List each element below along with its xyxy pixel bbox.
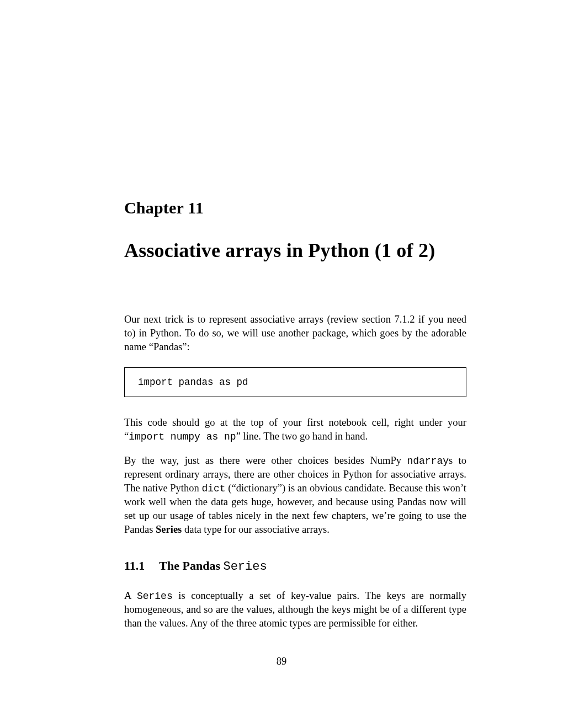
page: Chapter 11 Associative arrays in Python … — [0, 0, 563, 728]
section-heading: 11.1The Pandas Series — [124, 559, 466, 574]
code-line: import pandas as pd — [138, 377, 248, 388]
inline-code: Series — [137, 591, 173, 602]
section-number: 11.1 — [124, 559, 145, 573]
paragraph-3: By the way, just as there were other cho… — [124, 454, 466, 537]
inline-code: dict — [201, 483, 225, 494]
bold-text: Series — [156, 524, 182, 535]
inline-code: import numpy as np — [129, 431, 236, 442]
paragraph-2: This code should go at the top of your f… — [124, 416, 466, 443]
text-run: data type for our associative arrays. — [182, 524, 330, 535]
page-number: 89 — [0, 656, 563, 667]
text-run: ” line. The two go hand in hand. — [236, 431, 368, 442]
chapter-title: Associative arrays in Python (1 of 2) — [124, 238, 466, 263]
text-run: A — [124, 590, 137, 601]
text-run: By the way, just as there were other cho… — [124, 455, 407, 466]
section-title-text: The Pandas — [159, 559, 223, 572]
paragraph-4: A Series is conceptually a set of key-va… — [124, 589, 466, 630]
inline-code: ndarray — [407, 456, 449, 467]
intro-paragraph: Our next trick is to represent associati… — [124, 313, 466, 354]
chapter-label: Chapter 11 — [124, 199, 466, 217]
text-run: is conceptually a set of key-value pairs… — [124, 590, 466, 629]
section-title-code: Series — [223, 560, 267, 574]
code-block-import: import pandas as pd — [124, 367, 466, 397]
